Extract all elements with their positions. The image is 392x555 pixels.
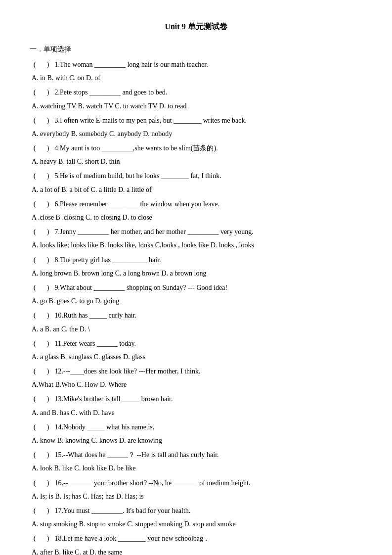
options-line: A .close B .closing C. to closing D. to … [30,211,362,224]
options-line: A. and B. has C. with D. have [30,407,362,419]
question-line: ( ) 4.My aunt is too _________,she wants… [30,142,362,154]
question-line: ( ) 9.What about _________ shopping on S… [30,281,362,294]
question-line: ( ) 3.I often write E-mails to my pen pa… [30,114,362,127]
questions-container: ( ) 1.The woman _________ long hair is o… [30,58,362,555]
options-line: A. a lot of B. a bit of C. a little D. a… [30,184,362,196]
options-line: A. a B. an C. the D. \ [30,323,362,335]
question-line: ( ) 6.Please remember _________the windo… [30,198,362,210]
question-line: ( ) 16.--_______ your brother short? --N… [30,477,362,489]
question-line: ( ) 2.Pete stops _________ and goes to b… [30,86,362,98]
options-line: A. a glass B. sunglass C. glasses D. gla… [30,351,362,363]
options-line: A. in B. with C. on D. of [30,72,362,84]
options-line: A. heavy B. tall C. short D. thin [30,155,362,168]
question-line: ( ) 17.You must _________. It's bad for … [30,505,362,517]
options-line: A. go B. goes C. to go D. going [30,295,362,307]
options-line: A. long brown B. brown long C. a long br… [30,267,362,279]
question-line: ( ) 15.--What does he ______？ --He is ta… [30,449,362,461]
options-line: A. everybody B. somebody C. anybody D. n… [30,128,362,140]
options-line: A. Is; is B. Is; has C. Has; has D. Has;… [30,490,362,503]
question-line: ( ) 12.---____does she look like? ---Her… [30,365,362,377]
question-line: ( ) 7.Jenny _________ her mother, and he… [30,226,362,238]
options-line: A.What B.Who C. How D. Where [30,378,362,391]
question-line: ( ) 1.The woman _________ long hair is o… [30,58,362,71]
options-line: A. looks like; looks like B. looks like,… [30,239,362,251]
question-line: ( ) 14.Nobody _____ what his name is. [30,421,362,433]
options-line: A. know B. knowing C. knows D. are knowi… [30,434,362,447]
question-line: ( ) 8.The pretty girl has __________ hai… [30,254,362,266]
question-line: ( ) 18.Let me have a look ________ your … [30,532,362,545]
question-line: ( ) 5.He is of medium build, but he look… [30,170,362,182]
options-line: A. after B. like C. at D. the same [30,546,362,555]
question-line: ( ) 13.Mike's brother is tall _____ brow… [30,393,362,405]
page-title: Unit 9 单元测试卷 [30,20,362,34]
question-line: ( ) 10.Ruth has _____ curly hair. [30,309,362,322]
section-header: 一．单项选择 [30,43,362,55]
options-line: A. stop smoking B. stop to smoke C. stop… [30,518,362,530]
options-line: A. look B. like C. look like D. be like [30,462,362,474]
options-line: A. watching TV B. watch TV C. to watch T… [30,100,362,112]
question-line: ( ) 11.Peter wears ______ today. [30,337,362,350]
